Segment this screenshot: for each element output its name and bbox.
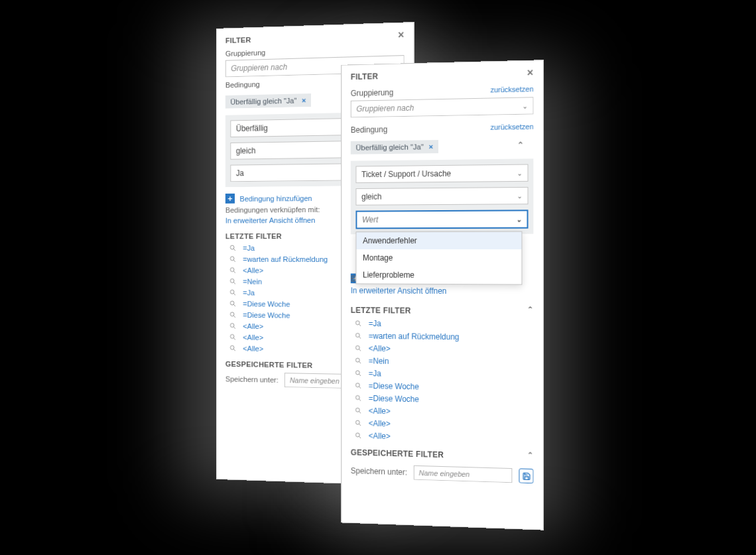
svg-point-18 xyxy=(230,345,234,349)
search-icon xyxy=(355,406,363,414)
save-as-label: Speichern unter: xyxy=(351,466,407,477)
search-icon xyxy=(229,267,236,275)
recent-filter-item[interactable]: =Nein xyxy=(355,356,534,368)
svg-point-30 xyxy=(355,383,359,387)
search-icon xyxy=(355,419,363,427)
search-icon xyxy=(229,344,236,352)
value-select[interactable]: Wert⌄ xyxy=(355,210,528,229)
recent-filter-item[interactable]: <Alle> xyxy=(355,406,534,419)
svg-line-35 xyxy=(359,412,361,414)
svg-line-37 xyxy=(359,424,361,426)
panel-title: FILTER xyxy=(225,36,251,44)
field-select[interactable]: Ticket / Support / Ursache⌄ xyxy=(355,164,528,184)
svg-point-20 xyxy=(355,321,359,325)
svg-point-6 xyxy=(230,278,234,282)
operator-select[interactable]: gleich⌄ xyxy=(355,187,528,206)
svg-line-11 xyxy=(233,304,235,306)
svg-line-23 xyxy=(359,337,361,339)
recent-filter-item[interactable]: =Diese Woche xyxy=(355,381,534,394)
reset-condition-link[interactable]: zurücksetzen xyxy=(491,123,534,131)
svg-point-28 xyxy=(355,371,359,375)
recent-filters-list: =Ja=warten auf Rückmeldung<Alle>=Nein=Ja… xyxy=(355,319,534,445)
condition-editor: Ticket / Support / Ursache⌄ gleich⌄ Wert… xyxy=(351,158,534,234)
svg-point-36 xyxy=(355,420,359,424)
condition-chip: Überfällig gleich "Ja"× xyxy=(225,93,311,109)
svg-point-8 xyxy=(230,290,234,294)
open-advanced-link[interactable]: In erweiterter Ansicht öffnen xyxy=(351,286,534,296)
svg-line-25 xyxy=(359,349,361,351)
recent-filter-item[interactable]: =Diese Woche xyxy=(355,393,534,406)
condition-label: Bedingung xyxy=(351,125,387,135)
chevron-down-icon: ⌄ xyxy=(522,102,527,109)
svg-line-39 xyxy=(359,436,361,438)
search-icon xyxy=(355,320,363,328)
save-as-label: Speichern unter: xyxy=(225,375,279,384)
saved-filters-title: GESPEICHERTE FILTER xyxy=(351,448,444,460)
grouping-label: Gruppierung xyxy=(351,88,394,98)
svg-line-21 xyxy=(359,324,361,326)
close-icon[interactable]: × xyxy=(527,68,534,78)
svg-line-13 xyxy=(233,316,235,318)
recent-filter-item[interactable]: =Ja xyxy=(355,319,534,330)
search-icon xyxy=(355,369,363,377)
svg-line-5 xyxy=(233,271,235,273)
recent-filter-item[interactable]: =warten auf Rückmeldung xyxy=(355,332,534,343)
save-button[interactable] xyxy=(519,468,533,483)
svg-point-16 xyxy=(230,334,234,338)
recent-filter-item[interactable]: =Ja xyxy=(355,369,534,381)
svg-line-17 xyxy=(233,338,235,340)
search-icon xyxy=(355,382,363,390)
svg-point-32 xyxy=(355,395,359,399)
svg-point-2 xyxy=(230,257,234,261)
svg-point-26 xyxy=(355,358,359,362)
reset-grouping-link[interactable]: zurücksetzen xyxy=(491,85,534,93)
recent-filter-item[interactable]: <Alle> xyxy=(355,418,534,432)
chip-remove-icon[interactable]: × xyxy=(302,96,306,104)
svg-point-10 xyxy=(230,301,234,305)
svg-point-24 xyxy=(355,345,359,349)
search-icon xyxy=(355,344,363,352)
search-icon xyxy=(355,332,363,340)
condition-chip: Überfällig gleich "Ja"× xyxy=(351,140,438,154)
svg-point-0 xyxy=(230,245,234,249)
svg-line-9 xyxy=(233,293,235,295)
svg-line-19 xyxy=(233,349,235,351)
search-icon xyxy=(229,333,236,341)
close-icon[interactable]: × xyxy=(398,30,405,41)
svg-line-33 xyxy=(359,399,361,401)
svg-line-27 xyxy=(359,361,361,363)
svg-point-22 xyxy=(355,334,359,338)
recent-filter-item[interactable]: <Alle> xyxy=(355,343,534,355)
svg-point-14 xyxy=(230,324,234,328)
search-icon xyxy=(229,300,236,308)
search-icon xyxy=(355,432,363,440)
save-name-input[interactable]: Name eingeben xyxy=(414,465,513,483)
svg-point-4 xyxy=(230,268,234,272)
collapse-icon[interactable]: ⌃ xyxy=(517,140,524,150)
svg-line-31 xyxy=(359,387,361,389)
svg-line-3 xyxy=(233,260,235,262)
search-icon xyxy=(229,322,236,330)
search-icon xyxy=(355,394,363,402)
filter-panel-front: FILTER × Gruppierung zurücksetzen Gruppi… xyxy=(341,60,543,530)
chevron-down-icon: ⌄ xyxy=(517,192,522,200)
plus-icon: + xyxy=(225,194,235,204)
svg-line-7 xyxy=(233,282,235,284)
save-icon xyxy=(522,471,531,481)
search-icon xyxy=(229,255,236,263)
search-icon xyxy=(229,244,236,252)
collapse-icon[interactable]: ⌃ xyxy=(527,305,534,314)
svg-point-12 xyxy=(230,312,234,316)
search-icon xyxy=(355,357,363,365)
collapse-icon[interactable]: ⌃ xyxy=(527,450,534,460)
group-by-select[interactable]: Gruppieren nach⌄ xyxy=(351,97,534,117)
svg-line-1 xyxy=(233,249,235,251)
svg-line-15 xyxy=(233,327,235,329)
search-icon xyxy=(229,311,236,319)
panel-title: FILTER xyxy=(351,72,378,82)
chevron-down-icon: ⌄ xyxy=(516,216,521,223)
recent-filters-title: LETZTE FILTER xyxy=(351,306,411,316)
search-icon xyxy=(229,288,236,296)
chip-remove-icon[interactable]: × xyxy=(429,143,434,151)
svg-line-29 xyxy=(359,374,361,376)
